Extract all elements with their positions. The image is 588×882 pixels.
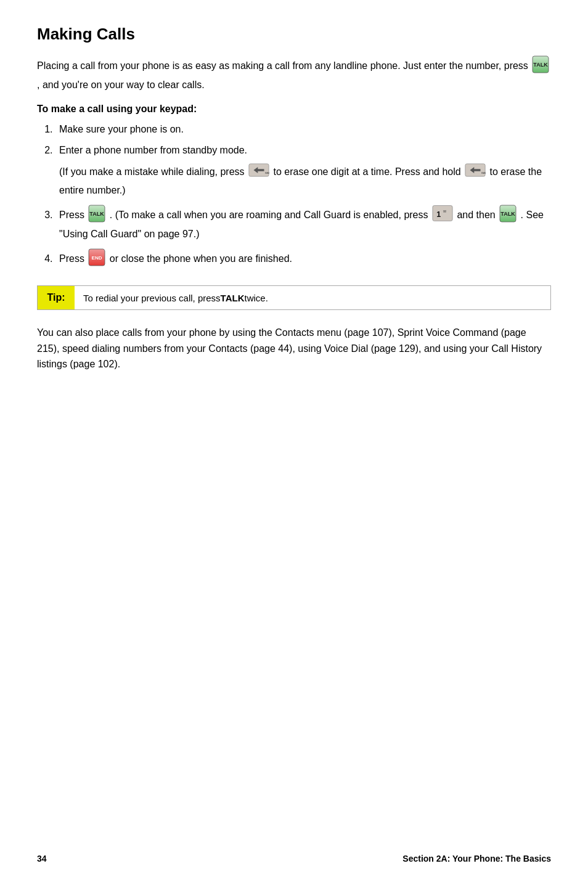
svg-text:✉: ✉ — [443, 209, 446, 213]
step-2: Enter a phone number from standby mode. … — [55, 143, 551, 198]
svg-text:BACK: BACK — [481, 171, 486, 174]
footer: 34 Section 2A: Your Phone: The Basics — [37, 854, 551, 864]
back-icon-step2a: BACK — [248, 163, 269, 182]
back-icon-step2b: BACK — [465, 163, 486, 182]
tip-label: Tip: — [38, 286, 75, 309]
steps-list: Make sure your phone is on. Enter a phon… — [55, 122, 551, 271]
page: Making Calls Placing a call from your ph… — [0, 0, 588, 409]
talk-icon-inline: TALK — [532, 55, 549, 78]
intro-paragraph: Placing a call from your phone is as eas… — [37, 55, 551, 92]
talk-icon-step3a: TALK — [88, 204, 105, 227]
step-4: Press END or close the phone when you ar… — [55, 248, 551, 271]
page-title: Making Calls — [37, 25, 551, 44]
outro-paragraph: You can also place calls from your phone… — [37, 325, 551, 372]
svg-text:TALK: TALK — [90, 211, 105, 217]
talk-icon-step3b: TALK — [499, 204, 517, 227]
subheading: To make a call using your keypad: — [37, 104, 551, 115]
tip-box: Tip: To redial your previous call, press… — [37, 285, 551, 310]
tip-content: To redial your previous call, press TALK… — [75, 286, 550, 309]
footer-page-number: 34 — [37, 854, 47, 864]
svg-text:END: END — [92, 255, 102, 261]
svg-text:BACK: BACK — [265, 171, 269, 174]
svg-text:TALK: TALK — [534, 62, 549, 68]
step-3: Press TALK . (To make a call when you ar… — [55, 204, 551, 242]
svg-text:TALK: TALK — [500, 211, 515, 217]
svg-rect-6 — [433, 206, 452, 221]
svg-text:1: 1 — [436, 210, 441, 219]
end-icon-step4: END — [88, 248, 105, 271]
footer-section: Section 2A: Your Phone: The Basics — [402, 854, 551, 864]
step-1: Make sure your phone is on. — [55, 122, 551, 137]
step-2-sub: (If you make a mistake while dialing, pr… — [59, 163, 551, 198]
one-icon-step3: 1 ✉ — [432, 204, 453, 227]
